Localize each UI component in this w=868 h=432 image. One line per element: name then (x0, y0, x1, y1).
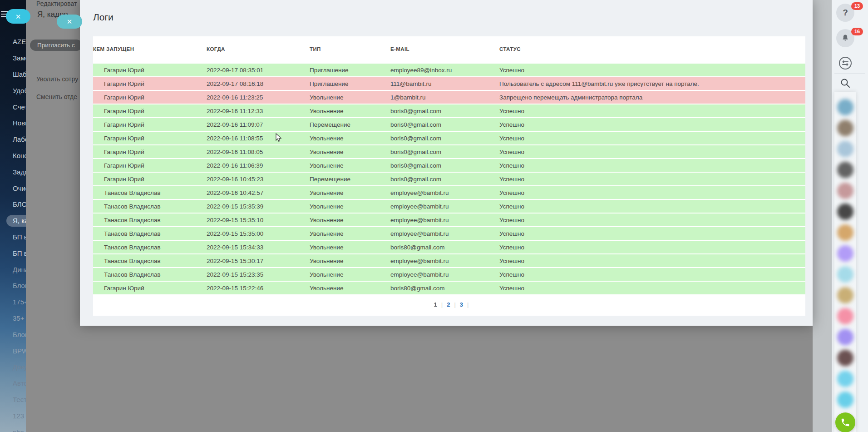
cell-when: 2022-09-15 15:34:33 (207, 244, 310, 251)
pagination-item: 1 | (430, 301, 443, 308)
avatar[interactable] (837, 371, 853, 387)
invite-employee-button[interactable]: Пригласить с (30, 40, 82, 51)
sidebar-item-label: 123 (13, 412, 24, 420)
cell-when: 2022-09-16 11:09:07 (207, 121, 310, 128)
sidebar-item-label: Доку (13, 363, 28, 371)
search-button[interactable] (840, 78, 851, 89)
cell-status: Успешно (499, 189, 805, 196)
phone-icon (840, 417, 850, 427)
cell-email: boris0@gmail.com (390, 176, 499, 183)
avatar[interactable] (837, 350, 853, 366)
rail-divider (834, 73, 865, 74)
table-row: Гагарин Юрий 2022-09-16 11:23:25 Увольне… (93, 91, 805, 104)
avatar[interactable] (837, 99, 853, 115)
cell-email: 1@bambit.ru (390, 94, 499, 101)
cell-who: Гагарин Юрий (93, 108, 207, 114)
avatar[interactable] (837, 245, 853, 262)
cell-who: Танасов Владислав (93, 203, 207, 210)
close-logs-button[interactable]: ✕ (57, 15, 82, 29)
avatar[interactable] (837, 120, 853, 136)
cell-when: 2022-09-16 11:06:39 (207, 162, 310, 169)
cell-status: Успешно (499, 203, 805, 210)
cell-who: Гагарин Юрий (93, 121, 207, 128)
close-slider1-button[interactable]: ✕ (6, 9, 30, 24)
cell-status: Успешно (499, 285, 805, 292)
search-icon (840, 78, 851, 89)
avatar[interactable] (837, 224, 853, 241)
cell-email: employee@bambit.ru (390, 258, 499, 264)
cell-type: Увольнение (310, 203, 390, 210)
cell-when: 2022-09-16 10:45:23 (207, 176, 310, 183)
cell-type: Увольнение (310, 285, 390, 292)
page-link[interactable]: 3 (456, 301, 467, 308)
pagination-separator: | (467, 301, 469, 308)
page-link[interactable]: 1 (430, 301, 441, 308)
cell-who: Гагарин Юрий (93, 67, 207, 74)
table-row: Танасов Владислав 2022-09-15 15:35:00 Ув… (93, 227, 805, 240)
help-button[interactable]: ? 13 (836, 4, 854, 22)
notifications-button[interactable]: 16 (836, 29, 854, 47)
chat-icon (837, 55, 854, 72)
table-row: Танасов Владислав 2022-09-15 15:23:35 Ув… (93, 268, 805, 281)
cell-status: Успешно (499, 162, 805, 169)
help-badge: 13 (851, 2, 863, 10)
cell-who: Танасов Владислав (93, 230, 207, 237)
cell-email: employee@bambit.ru (390, 217, 499, 223)
cell-type: Увольнение (310, 162, 390, 169)
column-header: E-MAIL (390, 46, 499, 52)
cell-who: Танасов Владислав (93, 217, 207, 223)
avatar[interactable] (837, 392, 853, 408)
cell-who: Танасов Владислав (93, 271, 207, 278)
cell-email: employee89@inbox.ru (390, 67, 499, 74)
avatar[interactable] (837, 162, 853, 178)
cell-who: Гагарин Юрий (93, 162, 207, 169)
cell-status: Успешно (499, 67, 805, 74)
sidebar-item-label: БЛО (13, 200, 27, 208)
column-header: КОГДА (207, 46, 310, 52)
avatar[interactable] (837, 287, 853, 303)
sidebar-item-label: php (13, 428, 24, 432)
cell-type: Перемещение (310, 176, 390, 183)
cell-status: Успешно (499, 149, 805, 155)
table-row: Гагарин Юрий 2022-09-16 11:06:39 Увольне… (93, 159, 805, 172)
table-body: Гагарин Юрий 2022-09-17 08:35:01 Приглаш… (93, 64, 805, 294)
cell-email: employee@bambit.ru (390, 271, 499, 278)
avatar[interactable] (837, 141, 853, 157)
avatar[interactable] (837, 266, 853, 283)
messenger-button[interactable] (836, 54, 854, 72)
sidebar-item-label: 35+ (13, 314, 24, 322)
cell-type: Увольнение (310, 244, 390, 251)
sidebar-item-label: Тест (13, 396, 27, 403)
cell-type: Увольнение (310, 271, 390, 278)
cell-when: 2022-09-15 15:30:17 (207, 258, 310, 264)
logs-table-card: КЕМ ЗАПУЩЕН КОГДА ТИП E-MAIL СТАТУС Гага… (93, 36, 805, 316)
menu-item[interactable]: Редактироват (36, 0, 77, 7)
call-button[interactable] (835, 412, 855, 432)
close-icon: ✕ (67, 18, 73, 25)
avatar[interactable] (837, 183, 853, 199)
cell-email: boris80@gmail.com (390, 285, 499, 292)
cell-status: Успешно (499, 176, 805, 183)
table-row: Гагарин Юрий 2022-09-16 11:12:33 Увольне… (93, 104, 805, 117)
cell-status: Успешно (499, 271, 805, 278)
menu-item[interactable]: Сменить отде (36, 93, 77, 100)
cell-type: Увольнение (310, 94, 390, 101)
pagination-item: 3 | (456, 301, 469, 308)
table-row: Танасов Владислав 2022-09-15 15:34:33 Ув… (93, 241, 805, 253)
cell-who: Танасов Владислав (93, 189, 207, 196)
table-header-row: КЕМ ЗАПУЩЕН КОГДА ТИП E-MAIL СТАТУС (93, 36, 805, 62)
sidebar-item-label: БП в (13, 233, 28, 241)
table-row: Танасов Владислав 2022-09-15 15:35:10 Ув… (93, 214, 805, 226)
cell-who: Гагарин Юрий (93, 80, 207, 87)
page-link[interactable]: 2 (443, 301, 454, 308)
cell-who: Гагарин Юрий (93, 285, 207, 292)
menu-item[interactable]: Уволить сотру (36, 75, 78, 83)
avatar[interactable] (837, 204, 853, 220)
avatar[interactable] (837, 308, 853, 324)
cell-who: Гагарин Юрий (93, 149, 207, 155)
cell-status: Запрещено перемещать администратора порт… (499, 94, 805, 101)
avatar[interactable] (837, 329, 853, 345)
table-row: Гагарин Юрий 2022-09-15 15:22:46 Увольне… (93, 282, 805, 294)
column-header: ТИП (310, 46, 390, 52)
cell-who: Танасов Владислав (93, 258, 207, 264)
